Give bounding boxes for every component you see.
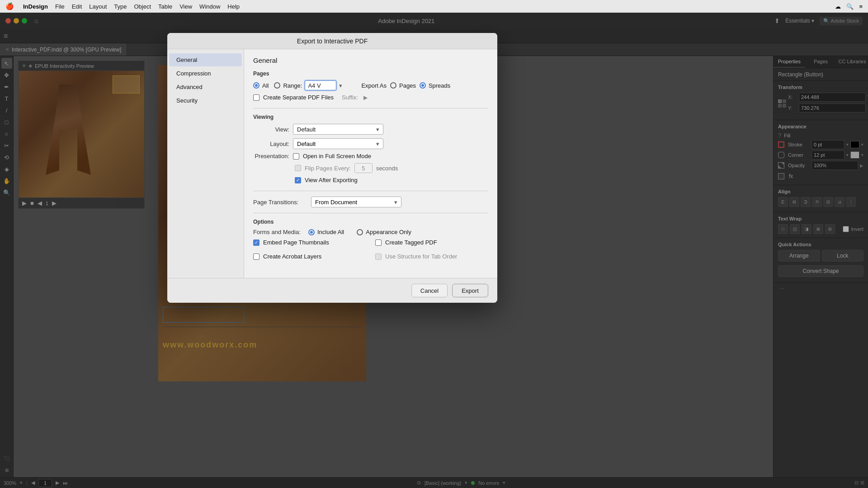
fullscreen-checkbox[interactable] xyxy=(293,153,299,160)
dialog-title-bar: Export to Interactive PDF xyxy=(167,33,497,49)
presentation-label: Presentation: xyxy=(253,153,289,160)
dialog-body: General Compression Advanced Security Ge… xyxy=(167,49,497,278)
layout-dropdown[interactable]: Default ▾ xyxy=(293,138,383,149)
radio-all-group: All xyxy=(253,82,269,89)
embed-thumbnails-label: Embed Page Thumbnails xyxy=(263,239,329,246)
fullscreen-label: Open in Full Screen Mode xyxy=(303,153,371,160)
menu-object[interactable]: Object xyxy=(134,3,151,10)
separate-pdf-checkbox[interactable] xyxy=(253,94,259,101)
page-transitions-label: Page Transitions: xyxy=(253,199,307,206)
radio-spreads[interactable] xyxy=(420,82,426,89)
radio-all[interactable] xyxy=(253,82,259,89)
use-structure-row: Use Structure for Tab Order xyxy=(375,253,488,260)
pages-row: All Range: ▾ Export As xyxy=(253,80,488,90)
flip-value-input xyxy=(354,163,373,173)
create-acrobat-checkbox[interactable] xyxy=(253,253,259,260)
layout-dropdown-value: Default xyxy=(297,141,316,147)
menu-window[interactable]: Window xyxy=(199,3,220,10)
layout-label: Layout: xyxy=(253,141,289,147)
menu-layout[interactable]: Layout xyxy=(89,3,107,10)
flip-row: Flip Pages Every: seconds xyxy=(295,163,488,173)
menu-type[interactable]: Type xyxy=(114,3,127,10)
options-grid: Embed Page Thumbnails Create Tagged PDF … xyxy=(253,239,488,263)
menu-view[interactable]: View xyxy=(179,3,192,10)
create-acrobat-label: Create Acrobat Layers xyxy=(263,253,321,260)
nav-advanced[interactable]: Advanced xyxy=(169,80,242,94)
nav-compression[interactable]: Compression xyxy=(169,67,242,80)
appearance-only-radio[interactable] xyxy=(357,229,363,235)
embed-thumbnails-checkbox[interactable] xyxy=(253,239,259,246)
page-transitions-row: Page Transitions: From Document ▾ xyxy=(253,197,488,207)
view-label: View: xyxy=(253,126,289,133)
search-icon[interactable]: 🔍 xyxy=(846,3,854,10)
options-section: Options Forms and Media: Include All App… xyxy=(253,219,488,263)
nav-security[interactable]: Security xyxy=(169,94,242,107)
flip-checkbox[interactable] xyxy=(295,165,301,171)
radio-range-group: Range: ▾ xyxy=(274,80,342,90)
flip-label: Flip Pages Every: xyxy=(305,165,351,172)
menu-bar: 🍎 InDesign File Edit Layout Type Object … xyxy=(0,0,868,13)
separate-pdf-label: Create Separate PDF Files xyxy=(263,94,334,101)
divider-3 xyxy=(253,213,488,213)
view-after-row: View After Exporting xyxy=(295,177,488,183)
suffix-label: Suffix: xyxy=(342,94,358,101)
menu-file[interactable]: File xyxy=(55,3,65,10)
suffix-arrow[interactable]: ▶ xyxy=(363,94,368,101)
viewing-section: Viewing View: Default ▾ Layout: Defaul xyxy=(253,114,488,183)
export-as-group: Export As Pages Spreads xyxy=(361,82,450,89)
view-dropdown-chevron: ▾ xyxy=(376,126,379,133)
radio-pages[interactable] xyxy=(390,82,396,89)
dialog-content: General Pages All xyxy=(244,49,497,278)
create-tagged-checkbox[interactable] xyxy=(375,239,382,246)
dialog-section-title: General xyxy=(253,56,488,64)
embed-thumbnails-row: Embed Page Thumbnails xyxy=(253,239,366,246)
menu-bar-right: ☁ 🔍 ≡ xyxy=(835,3,863,10)
pages-section-label: Pages xyxy=(253,70,488,77)
menu-edit[interactable]: Edit xyxy=(72,3,82,10)
create-acrobat-row: Create Acrobat Layers xyxy=(253,253,366,260)
separate-pdf-row: Create Separate PDF Files Suffix: ▶ xyxy=(253,94,488,101)
view-dropdown[interactable]: Default ▾ xyxy=(293,124,383,135)
radio-range-label: Range: xyxy=(283,82,302,89)
range-dropdown-arrow[interactable]: ▾ xyxy=(339,82,342,89)
seconds-label: seconds xyxy=(376,165,398,172)
radio-spreads-label: Spreads xyxy=(429,82,450,89)
options-label: Options xyxy=(253,219,488,225)
radio-all-label: All xyxy=(262,82,269,89)
presentation-row: Presentation: Open in Full Screen Mode xyxy=(253,153,488,160)
menu-help[interactable]: Help xyxy=(227,3,240,10)
layout-dropdown-chevron: ▾ xyxy=(376,141,379,147)
radio-range[interactable] xyxy=(274,82,280,89)
creative-cloud-icon[interactable]: ☁ xyxy=(835,3,841,10)
viewing-label: Viewing xyxy=(253,114,488,120)
include-all-group: Include All xyxy=(308,229,344,235)
create-tagged-label: Create Tagged PDF xyxy=(385,239,437,246)
dialog-title: Export to Interactive PDF xyxy=(297,38,368,45)
export-button[interactable]: Export xyxy=(452,284,488,297)
radio-spreads-group: Spreads xyxy=(420,82,450,89)
pages-section: Pages All Range: xyxy=(253,70,488,101)
radio-pages-group: Pages xyxy=(390,82,416,89)
page-transitions-dropdown[interactable]: From Document ▾ xyxy=(311,197,401,207)
nav-general[interactable]: General xyxy=(169,53,242,66)
control-strip-icon[interactable]: ≡ xyxy=(859,3,863,10)
include-all-radio[interactable] xyxy=(308,229,315,235)
menu-table[interactable]: Table xyxy=(158,3,172,10)
apple-menu[interactable]: 🍎 xyxy=(5,2,14,10)
view-after-label: View After Exporting xyxy=(305,177,358,183)
export-as-label: Export As xyxy=(361,82,387,89)
modal-backdrop: Export to Interactive PDF General Compre… xyxy=(0,13,868,488)
export-dialog: Export to Interactive PDF General Compre… xyxy=(167,33,497,303)
page-transitions-chevron: ▾ xyxy=(394,199,397,206)
include-all-label: Include All xyxy=(317,229,344,235)
divider-1 xyxy=(253,108,488,108)
view-after-checkbox[interactable] xyxy=(295,177,301,183)
use-structure-checkbox[interactable] xyxy=(375,253,382,260)
range-input[interactable] xyxy=(305,80,336,90)
use-structure-label: Use Structure for Tab Order xyxy=(385,253,457,260)
dialog-sidebar: General Compression Advanced Security xyxy=(167,49,244,278)
app-window: ⌂ Adobe InDesign 2021 ⬆ Essentials ▾ 🔍 A… xyxy=(0,13,868,488)
cancel-button[interactable]: Cancel xyxy=(411,284,448,297)
appearance-only-label: Appearance Only xyxy=(366,229,411,235)
view-row: View: Default ▾ xyxy=(253,124,488,135)
